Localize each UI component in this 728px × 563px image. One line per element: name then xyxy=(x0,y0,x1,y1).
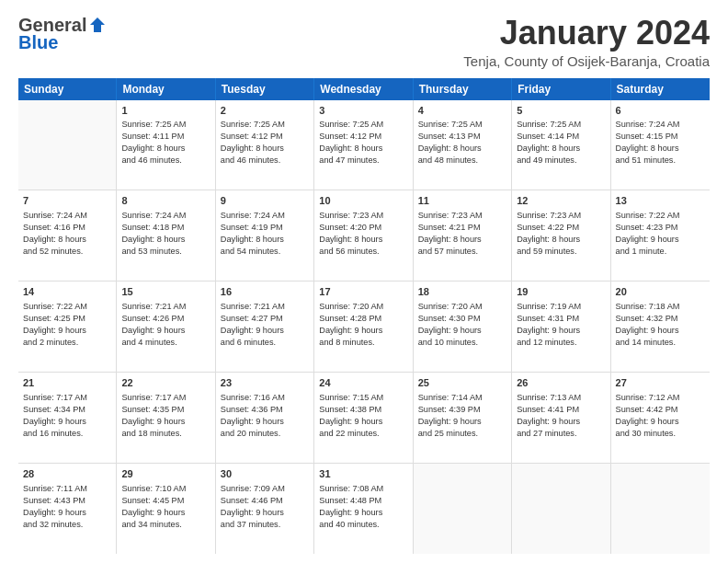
cell-line: Daylight: 9 hours xyxy=(616,325,705,337)
calendar-cell: 1Sunrise: 7:25 AMSunset: 4:11 PMDaylight… xyxy=(117,100,215,190)
calendar-cell: 3Sunrise: 7:25 AMSunset: 4:12 PMDaylight… xyxy=(314,100,413,190)
cell-line: Daylight: 9 hours xyxy=(121,416,210,428)
weekday-header: Saturday xyxy=(611,78,710,100)
page-container: General Blue January 2024 Tenja, County … xyxy=(0,0,728,563)
calendar-cell xyxy=(414,464,512,554)
cell-line: Sunset: 4:13 PM xyxy=(418,131,506,143)
calendar-cell: 9Sunrise: 7:24 AMSunset: 4:19 PMDaylight… xyxy=(216,190,314,281)
cell-line: Sunrise: 7:12 AM xyxy=(616,392,705,404)
cell-line: Daylight: 9 hours xyxy=(221,325,309,337)
cell-line: Sunset: 4:12 PM xyxy=(221,131,309,143)
calendar-cell: 17Sunrise: 7:20 AMSunset: 4:28 PMDayligh… xyxy=(314,282,413,372)
cell-line: and 40 minutes. xyxy=(319,519,407,531)
cell-line: Sunrise: 7:24 AM xyxy=(616,119,705,131)
cell-line: and 20 minutes. xyxy=(221,428,309,440)
day-number: 13 xyxy=(616,194,705,208)
cell-line: Sunset: 4:41 PM xyxy=(517,404,605,416)
cell-line: Sunset: 4:46 PM xyxy=(221,495,309,507)
cell-line: Sunrise: 7:10 AM xyxy=(121,483,210,495)
cell-line: Sunrise: 7:24 AM xyxy=(23,210,111,222)
calendar-row: 28Sunrise: 7:11 AMSunset: 4:43 PMDayligh… xyxy=(18,464,710,554)
cell-line: Sunrise: 7:25 AM xyxy=(319,119,407,131)
cell-line: Daylight: 9 hours xyxy=(23,325,111,337)
cell-line: and 59 minutes. xyxy=(517,246,605,258)
calendar-header: SundayMondayTuesdayWednesdayThursdayFrid… xyxy=(18,78,710,100)
calendar-cell: 15Sunrise: 7:21 AMSunset: 4:26 PMDayligh… xyxy=(117,282,215,372)
cell-line: Sunrise: 7:09 AM xyxy=(221,483,309,495)
cell-line: and 47 minutes. xyxy=(319,155,407,167)
month-title: January 2024 xyxy=(463,15,710,52)
cell-line: Daylight: 8 hours xyxy=(319,143,407,155)
cell-line: and 1 minute. xyxy=(616,246,705,258)
weekday-header: Sunday xyxy=(18,78,117,100)
cell-line: and 14 minutes. xyxy=(616,337,705,349)
cell-line: and 30 minutes. xyxy=(616,428,705,440)
cell-line: Sunset: 4:16 PM xyxy=(23,222,111,234)
location: Tenja, County of Osijek-Baranja, Croatia xyxy=(463,53,710,69)
cell-line: Daylight: 8 hours xyxy=(517,234,605,246)
cell-line: Sunset: 4:27 PM xyxy=(221,313,309,325)
day-number: 7 xyxy=(23,194,111,208)
cell-line: Sunset: 4:38 PM xyxy=(319,404,407,416)
cell-line: Daylight: 8 hours xyxy=(517,143,605,155)
cell-line: Daylight: 9 hours xyxy=(221,507,309,519)
cell-line: Sunrise: 7:13 AM xyxy=(517,392,605,404)
cell-line: and 27 minutes. xyxy=(517,428,605,440)
calendar-cell: 11Sunrise: 7:23 AMSunset: 4:21 PMDayligh… xyxy=(414,190,512,281)
cell-line: Daylight: 9 hours xyxy=(616,416,705,428)
day-number: 25 xyxy=(418,376,506,390)
cell-line: and 37 minutes. xyxy=(221,519,309,531)
cell-line: and 22 minutes. xyxy=(319,428,407,440)
cell-line: Sunset: 4:15 PM xyxy=(616,131,705,143)
cell-line: Daylight: 9 hours xyxy=(23,507,111,519)
cell-line: Sunrise: 7:17 AM xyxy=(121,392,210,404)
cell-line: Sunrise: 7:23 AM xyxy=(517,210,605,222)
calendar-row: 1Sunrise: 7:25 AMSunset: 4:11 PMDaylight… xyxy=(18,100,710,191)
weekday-header: Tuesday xyxy=(216,78,314,100)
cell-line: and 53 minutes. xyxy=(121,246,210,258)
cell-line: Sunset: 4:25 PM xyxy=(23,313,111,325)
cell-line: Sunrise: 7:23 AM xyxy=(418,210,506,222)
cell-line: Sunset: 4:11 PM xyxy=(121,131,210,143)
cell-line: and 54 minutes. xyxy=(221,246,309,258)
calendar-cell xyxy=(18,100,117,190)
cell-line: Sunset: 4:48 PM xyxy=(319,495,407,507)
calendar-cell: 21Sunrise: 7:17 AMSunset: 4:34 PMDayligh… xyxy=(18,373,117,463)
cell-line: Daylight: 8 hours xyxy=(121,234,210,246)
cell-line: Sunrise: 7:24 AM xyxy=(221,210,309,222)
day-number: 4 xyxy=(418,104,506,118)
cell-line: Sunset: 4:42 PM xyxy=(616,404,705,416)
logo-icon xyxy=(88,16,107,34)
cell-line: and 46 minutes. xyxy=(121,155,210,167)
cell-line: Sunset: 4:23 PM xyxy=(616,222,705,234)
day-number: 22 xyxy=(121,376,210,390)
cell-line: Sunset: 4:45 PM xyxy=(121,495,210,507)
title-block: January 2024 Tenja, County of Osijek-Bar… xyxy=(463,15,710,69)
day-number: 1 xyxy=(121,104,210,118)
cell-line: and 52 minutes. xyxy=(23,246,111,258)
calendar-cell xyxy=(512,464,610,554)
cell-line: Daylight: 9 hours xyxy=(418,325,506,337)
calendar-row: 7Sunrise: 7:24 AMSunset: 4:16 PMDaylight… xyxy=(18,190,710,282)
cell-line: Daylight: 9 hours xyxy=(319,325,407,337)
cell-line: Sunrise: 7:17 AM xyxy=(23,392,111,404)
cell-line: Daylight: 8 hours xyxy=(221,143,309,155)
day-number: 11 xyxy=(418,194,506,208)
cell-line: Sunrise: 7:21 AM xyxy=(121,301,210,313)
calendar-cell: 28Sunrise: 7:11 AMSunset: 4:43 PMDayligh… xyxy=(18,464,117,554)
cell-line: Sunset: 4:28 PM xyxy=(319,313,407,325)
cell-line: Daylight: 9 hours xyxy=(319,416,407,428)
cell-line: Sunset: 4:36 PM xyxy=(221,404,309,416)
cell-line: and 8 minutes. xyxy=(319,337,407,349)
cell-line: Sunset: 4:18 PM xyxy=(121,222,210,234)
cell-line: and 10 minutes. xyxy=(418,337,506,349)
cell-line: Sunrise: 7:25 AM xyxy=(221,119,309,131)
cell-line: Sunrise: 7:22 AM xyxy=(616,210,705,222)
cell-line: Sunrise: 7:20 AM xyxy=(418,301,506,313)
cell-line: Daylight: 9 hours xyxy=(121,507,210,519)
header: General Blue January 2024 Tenja, County … xyxy=(18,15,710,69)
cell-line: and 2 minutes. xyxy=(23,337,111,349)
calendar-cell: 26Sunrise: 7:13 AMSunset: 4:41 PMDayligh… xyxy=(512,373,610,463)
calendar: SundayMondayTuesdayWednesdayThursdayFrid… xyxy=(18,78,710,554)
calendar-cell: 6Sunrise: 7:24 AMSunset: 4:15 PMDaylight… xyxy=(611,100,710,190)
